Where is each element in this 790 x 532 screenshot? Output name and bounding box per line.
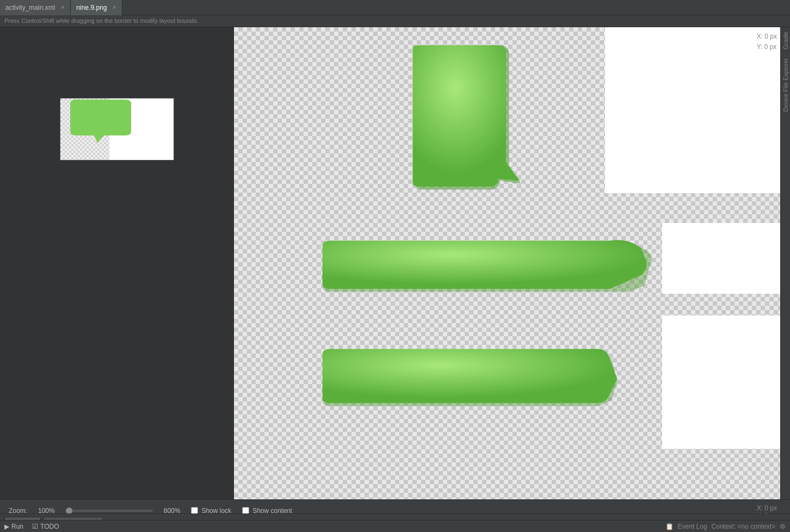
zoom-slider[interactable] xyxy=(66,510,153,512)
coord-y: Y: 0 px xyxy=(757,42,777,52)
tab-label: activity_main.xml xyxy=(5,4,55,11)
bubble-top xyxy=(413,45,521,189)
zoom-slider-container xyxy=(66,510,153,512)
todo-icon: ☑ xyxy=(32,523,38,530)
info-text: Press Control/Shift while dragging on th… xyxy=(4,17,198,24)
coord-x-label: X: 0 px xyxy=(757,504,777,512)
run-button[interactable]: ▶ Run xyxy=(4,523,23,530)
coords-display: X: 0 px Y: 0 px xyxy=(757,32,777,52)
settings-icon[interactable]: ⚙ xyxy=(780,523,786,530)
todo-button[interactable]: ☑ TODO xyxy=(32,523,59,530)
run-icon: ▶ xyxy=(4,523,9,530)
canvas-area[interactable]: X: 0 px Y: 0 px xyxy=(234,27,790,499)
thumbnail-svg xyxy=(60,98,174,160)
content-area: X: 0 px Y: 0 px Gradle Device File Explo… xyxy=(0,27,790,499)
run-label: Run xyxy=(11,523,23,530)
left-panel xyxy=(0,27,234,499)
canvas-svg xyxy=(234,27,790,499)
thumbnail xyxy=(60,98,174,160)
bubble-bottom xyxy=(323,349,618,406)
context-label: Context: <no context> xyxy=(712,523,775,530)
tab-bar: activity_main.xml ✕ nine.9.png ✕ xyxy=(0,0,790,15)
bubble-middle xyxy=(323,240,652,292)
tab-close-icon[interactable]: ✕ xyxy=(112,4,116,10)
right-stripe: Gradle Device File Explorer xyxy=(780,27,790,499)
tab-activity-main[interactable]: activity_main.xml ✕ xyxy=(0,0,71,15)
todo-label: TODO xyxy=(40,523,59,530)
tab-label: nine.9.png xyxy=(76,4,107,11)
event-log-icon: 📋 xyxy=(665,523,674,530)
tab-close-icon[interactable]: ✕ xyxy=(60,4,65,10)
status-right: 📋 Event Log Context: <no context> ⚙ xyxy=(665,523,786,530)
app-container: activity_main.xml ✕ nine.9.png ✕ Press C… xyxy=(0,0,790,532)
tab-nine-patch[interactable]: nine.9.png ✕ xyxy=(71,0,122,15)
status-bar: ▶ Run ☑ TODO 📋 Event Log Context: <no co… xyxy=(0,520,790,532)
event-log-label[interactable]: Event Log xyxy=(678,523,707,530)
info-bar: Press Control/Shift while dragging on th… xyxy=(0,15,790,27)
gradle-label[interactable]: Gradle xyxy=(782,32,789,50)
coord-x: X: 0 px xyxy=(757,32,777,42)
device-file-explorer-label[interactable]: Device File Explorer xyxy=(782,58,789,112)
